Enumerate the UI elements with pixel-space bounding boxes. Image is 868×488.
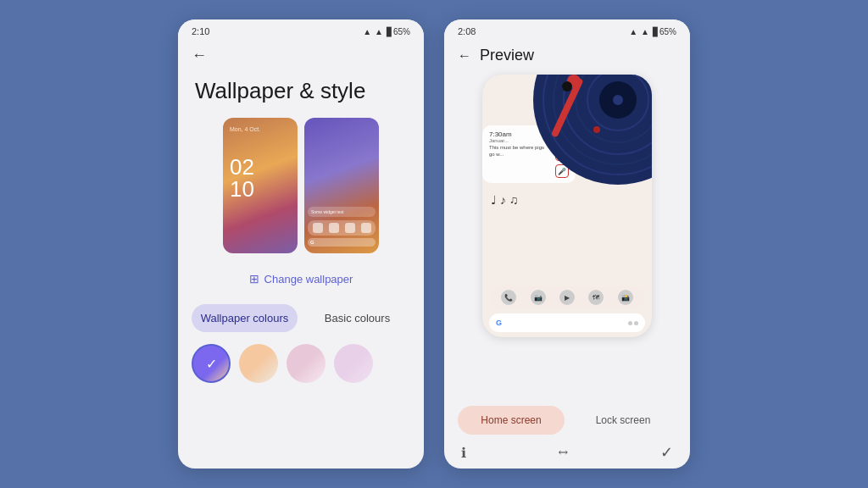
battery-icon: ▊65% [387,27,410,36]
swatch-4[interactable] [334,344,373,383]
mini-dock [308,220,376,236]
right-phone-screen: 2:08 ▲ ▲ ▊65% ← Preview [444,19,690,469]
mini-phone-lock-content: Mon, 4 Oct. 0210 [223,118,298,253]
google-logo: G [496,319,502,327]
app-icon-maps[interactable]: 🗺 [588,290,604,305]
preview-header: ← Preview [444,40,690,68]
colour-swatches: ✓ [178,332,424,383]
bottom-bar: ℹ ⤢ ✓ [444,435,690,469]
mini-dock-icon-4 [361,223,371,233]
left-back-button[interactable]: ← [178,40,424,71]
left-status-bar: 2:10 ▲ ▲ ▊65% [178,19,424,40]
mini-date: Mon, 4 Oct. [230,126,260,132]
right-back-button[interactable]: ← [458,48,471,64]
change-wallpaper-button[interactable]: ⊞ Change wallpaper [236,265,367,292]
signal-icon-r: ▲ [641,27,649,36]
signal-icon: ▲ [375,27,383,36]
mini-g-logo: G [310,240,314,245]
mini-dock-icon-1 [313,223,323,233]
mini-phone-home: Some widget text G [304,118,379,253]
main-container: 2:10 ▲ ▲ ▊65% ← Wallpaper & style Mon, 4… [178,19,690,469]
mini-widget: Some widget text [308,207,376,217]
confirm-icon[interactable]: ✓ [660,443,673,462]
battery-icon-r: ▊65% [653,27,676,36]
tab-lock-screen[interactable]: Lock screen [570,406,676,435]
phone-notch [562,81,572,92]
right-status-icons: ▲ ▲ ▊65% [629,27,676,36]
mini-search-bar: G [308,238,376,247]
info-icon[interactable]: ℹ [461,445,466,461]
app-icon-camera[interactable]: 📷 [531,290,546,305]
swatch-1[interactable]: ✓ [192,344,231,383]
phone-search-row[interactable]: G [489,313,645,332]
app-icon-phone[interactable]: 📞 [501,290,516,305]
change-wallpaper-label: Change wallpaper [264,273,353,286]
phone-bottom-content: 📞 📷 ▶ 🗺 📸 G [482,193,652,337]
change-wallpaper-icon: ⊞ [249,272,259,286]
mini-time: 0210 [230,156,254,200]
page-title: Wallpaper & style [178,71,424,118]
left-status-icons: ▲ ▲ ▊65% [363,27,410,36]
search-dot-2 [634,321,638,325]
mini-phone-lock: Mon, 4 Oct. 0210 [223,118,298,253]
phone-mockup-wrapper: ♩ ♪ ♫ 7:30am Januar... This must be wher… [444,68,690,402]
app-icon-gallery[interactable]: 📸 [618,290,633,305]
wifi-icon: ▲ [363,27,371,36]
left-status-time: 2:10 [192,26,209,36]
mini-dock-icon-2 [329,223,339,233]
swatch-check-icon: ✓ [206,356,217,372]
wifi-icon-r: ▲ [629,27,637,36]
tab-wallpaper-colours[interactable]: Wallpaper colours [192,304,298,332]
svg-point-10 [593,126,600,133]
search-icons [628,321,638,325]
tab-basic-colours[interactable]: Basic colours [304,304,410,332]
colour-tabs: Wallpaper colours Basic colours [192,304,410,332]
swatch-3[interactable] [287,344,326,383]
right-status-bar: 2:08 ▲ ▲ ▊65% [444,19,690,40]
swatch-2[interactable] [239,344,278,383]
expand-icon[interactable]: ⤢ [555,444,572,461]
phone-icons-row: 📞 📷 ▶ 🗺 📸 [489,286,645,308]
mini-dock-icon-3 [345,223,355,233]
phone-mockup: ♩ ♪ ♫ 7:30am Januar... This must be wher… [482,75,652,337]
mini-home-overlay: Some widget text G [308,207,376,247]
app-icon-play[interactable]: ▶ [559,290,575,305]
screen-tabs: Home screen Lock screen [444,406,690,435]
search-dot-1 [628,321,632,325]
svg-point-7 [613,95,623,105]
preview-title: Preview [480,47,534,64]
right-status-time: 2:08 [458,26,476,36]
wallpaper-preview-area: Mon, 4 Oct. 0210 Some widget text G [178,118,424,253]
left-phone-screen: 2:10 ▲ ▲ ▊65% ← Wallpaper & style Mon, 4… [178,19,424,469]
tab-home-screen[interactable]: Home screen [458,406,565,435]
